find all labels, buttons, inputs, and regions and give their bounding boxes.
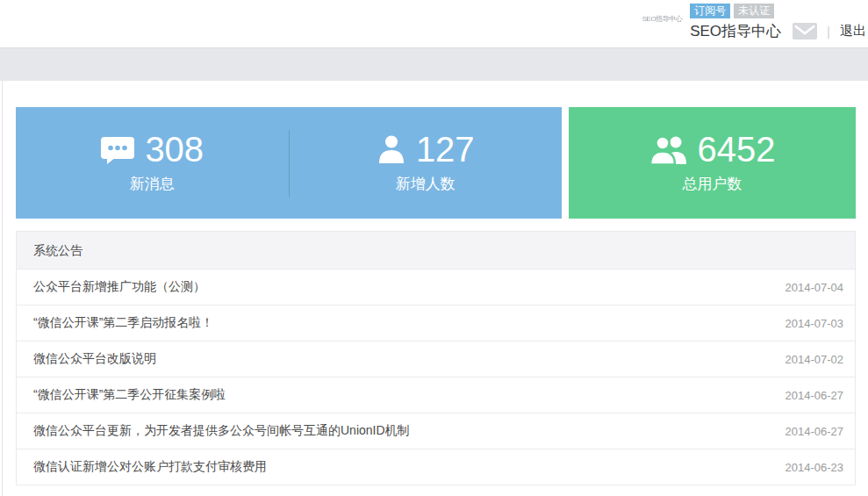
announcement-date: 2014-06-27 — [786, 425, 844, 438]
announcement-row[interactable]: “微信公开课”第二季公开征集案例啦 2014-06-27 — [17, 377, 855, 413]
top-bar: SEO指导中心 订阅号 未认证 SEO指导中心 | 退出 — [0, 0, 868, 47]
new-messages-value: 308 — [145, 132, 204, 167]
subscription-type-badge: 订阅号 — [690, 4, 730, 18]
users-icon — [649, 133, 688, 165]
user-icon — [377, 134, 406, 164]
announcement-link[interactable]: 微信公众平台更新，为开发者提供多公众号间帐号互通的UnionID机制 — [33, 423, 410, 439]
main-content: 308 新消息 127 新增人数 — [0, 81, 868, 496]
announcement-row[interactable]: 公众平台新增推广功能（公测） 2014-07-04 — [17, 270, 855, 306]
total-users-label: 总用户数 — [683, 174, 742, 194]
stat-total-users: 6452 总用户数 — [569, 132, 856, 194]
new-users-value: 127 — [416, 132, 475, 167]
announcement-link[interactable]: 微信公众平台改版说明 — [33, 351, 156, 367]
announcement-date: 2014-07-04 — [786, 281, 844, 294]
chat-bubble-icon — [100, 135, 135, 164]
announcements-title: 系统公告 — [17, 232, 855, 270]
stat-new-messages: 308 新消息 — [16, 132, 289, 194]
stats-card-green: 6452 总用户数 — [569, 107, 856, 219]
new-messages-label: 新消息 — [130, 174, 175, 194]
announcement-date: 2014-06-27 — [786, 389, 844, 402]
unverified-badge: 未认证 — [734, 4, 774, 18]
announcement-row[interactable]: 微信公众平台改版说明 2014-07-02 — [17, 341, 855, 377]
account-badges: 订阅号 未认证 — [690, 4, 866, 18]
announcement-date: 2014-07-03 — [786, 317, 844, 330]
announcement-link[interactable]: 微信认证新增公对公账户打款支付审核费用 — [33, 459, 267, 475]
logout-button[interactable]: 退出 — [840, 23, 866, 40]
announcement-row[interactable]: 微信公众平台更新，为开发者提供多公众号间帐号互通的UnionID机制 2014-… — [17, 413, 855, 449]
envelope-icon — [793, 23, 817, 40]
announcement-date: 2014-06-23 — [786, 461, 844, 474]
nav-band — [0, 47, 868, 81]
announcement-link[interactable]: “微信公开课”第二季公开征集案例啦 — [33, 387, 226, 403]
announcement-date: 2014-07-02 — [786, 353, 844, 366]
divider: | — [827, 24, 830, 39]
announcements-panel: 系统公告 公众平台新增推广功能（公测） 2014-07-04 “微信公开课”第二… — [16, 231, 856, 485]
stat-new-users: 127 新增人数 — [290, 132, 563, 194]
stats-card-blue: 308 新消息 127 新增人数 — [16, 107, 562, 219]
announcement-row[interactable]: “微信公开课”第二季启动报名啦！ 2014-07-03 — [17, 306, 855, 341]
new-users-label: 新增人数 — [396, 174, 456, 194]
announcement-link[interactable]: 公众平台新增推广功能（公测） — [33, 279, 205, 295]
announcement-row[interactable]: 微信认证新增公对公账户打款支付审核费用 2014-06-23 — [17, 449, 855, 485]
account-name: SEO指导中心 — [690, 21, 781, 41]
account-mini-name: SEO指导中心 — [642, 14, 682, 24]
stats-row: 308 新消息 127 新增人数 — [0, 81, 868, 219]
account-area: SEO指导中心 订阅号 未认证 SEO指导中心 | 退出 — [642, 4, 866, 41]
announcement-link[interactable]: “微信公开课”第二季启动报名啦！ — [33, 315, 213, 331]
total-users-value: 6452 — [698, 132, 776, 167]
mail-button[interactable] — [793, 23, 817, 40]
